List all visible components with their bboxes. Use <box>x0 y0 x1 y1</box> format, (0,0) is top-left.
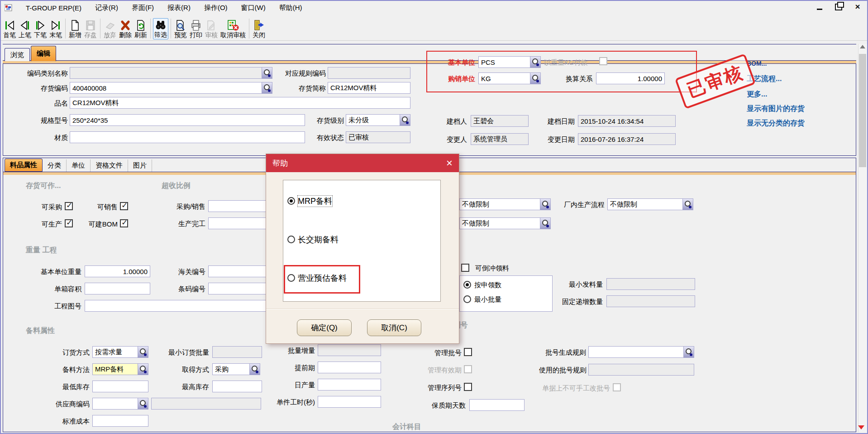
backflush-checkbox[interactable] <box>461 264 469 272</box>
bom-link[interactable]: BOM... <box>747 60 767 67</box>
toolbar-first-record-button[interactable]: 首笔 <box>2 19 17 39</box>
toolbar-filter-button[interactable]: 筛选 <box>153 18 168 39</box>
factory-flow-field[interactable]: 不做限制 <box>607 198 693 210</box>
toolbar-discard-button[interactable]: 放弃 <box>103 19 117 39</box>
toolbar-save-button[interactable]: 存盘 <box>83 19 98 39</box>
min-stock-field[interactable] <box>92 381 148 392</box>
menu-item-help[interactable]: 帮助(H) <box>272 2 309 14</box>
restrict-field-2[interactable]: 不做限制 <box>459 217 551 229</box>
no-manual-batch-checkbox[interactable] <box>613 383 621 391</box>
mrp-prep-label[interactable]: MRP备料 <box>298 196 332 207</box>
box-volume-field[interactable] <box>85 283 150 294</box>
cancel-button[interactable]: 取消(C) <box>367 319 421 336</box>
long-leadtime-label[interactable]: 长交期备料 <box>298 234 339 245</box>
prep-method-lookup-icon[interactable] <box>138 364 148 375</box>
over-purchase-field[interactable] <box>208 200 272 212</box>
spec-field[interactable]: 250*240*35 <box>70 114 305 126</box>
tab-browse[interactable]: 浏览 <box>5 48 30 61</box>
menu-item-window[interactable]: 窗口(W) <box>234 2 272 14</box>
toolbar-print-button[interactable]: 打印 <box>189 19 203 39</box>
batch-rule-lookup-icon[interactable] <box>683 347 694 357</box>
batch-rule-field[interactable] <box>588 346 694 358</box>
menu-item-record[interactable]: 记录(R) <box>88 2 125 14</box>
help-dialog-titlebar[interactable]: 帮助 × <box>266 154 459 172</box>
show-unclassified-link[interactable]: 显示无分类的存货 <box>747 119 805 128</box>
factory-flow-lookup-icon[interactable] <box>682 199 693 210</box>
toolbar-last-record-button[interactable]: 末笔 <box>48 19 63 39</box>
level-lookup-icon[interactable] <box>400 115 410 125</box>
tab-edit[interactable]: 编辑 <box>31 46 56 61</box>
issue-by-request-radio[interactable] <box>463 281 471 289</box>
prep-method-field[interactable]: MRP备料 <box>92 363 148 375</box>
material-field[interactable] <box>70 131 305 143</box>
sellable-checkbox[interactable] <box>120 202 128 210</box>
toolbar-audit-button[interactable]: 审核 <box>204 19 219 39</box>
minimize-icon[interactable] <box>816 3 824 11</box>
std-cost-field[interactable] <box>92 415 148 427</box>
more-link[interactable]: 更多... <box>747 90 767 99</box>
can-build-bom-checkbox[interactable] <box>120 219 128 227</box>
menu-item-tgroup-erp[interactable]: T-GROUP ERP(E) <box>19 3 88 13</box>
toolbar-refresh-button[interactable]: 刷新 <box>134 19 148 39</box>
min-lot-radio[interactable] <box>463 295 471 303</box>
manage-serial-checkbox[interactable] <box>464 383 472 391</box>
item-code-lookup-icon[interactable] <box>262 82 272 93</box>
scrollbar-thumb[interactable] <box>859 54 866 167</box>
base-weight-field[interactable]: 1.00000 <box>85 265 150 277</box>
order-mode-lookup-icon[interactable] <box>138 347 148 357</box>
scroll-up-icon[interactable] <box>860 45 865 48</box>
toolbar-preview-button[interactable]: 预览 <box>173 19 188 39</box>
tab-item-properties[interactable]: 料品属性 <box>5 159 43 172</box>
long-leadtime-radio[interactable] <box>287 236 295 243</box>
restrict-1-lookup-icon[interactable] <box>540 199 550 210</box>
toolbar-prev-record-button[interactable]: 上笔 <box>18 19 32 39</box>
toolbar-cancel-audit-button[interactable]: 取消审核 <box>219 19 247 39</box>
order-mode-field[interactable]: 按需求量 <box>92 346 148 358</box>
show-with-picture-link[interactable]: 显示有图片的存货 <box>747 104 805 114</box>
unit-time-field[interactable] <box>318 396 381 408</box>
item-name-field[interactable]: CR12MOV精料 <box>70 97 410 109</box>
ok-button[interactable]: 确定(Q) <box>297 319 352 336</box>
purchasable-checkbox[interactable] <box>65 202 73 210</box>
close-window-icon[interactable]: × <box>854 3 862 11</box>
menu-item-report[interactable]: 报表(R) <box>161 2 197 14</box>
toolbar-close-button[interactable]: 关闭 <box>252 19 266 39</box>
acquire-mode-field[interactable]: 采购 <box>212 363 260 375</box>
customs-code-field[interactable] <box>208 265 272 277</box>
shelf-days-field[interactable] <box>469 399 525 411</box>
supplier-lookup-icon[interactable] <box>138 398 148 409</box>
toolbar-add-button[interactable]: 新增 <box>68 19 82 39</box>
max-stock-field[interactable] <box>212 381 262 392</box>
tab-picture[interactable]: 图片 <box>128 159 152 172</box>
item-code-field[interactable]: 400400008 <box>70 82 272 94</box>
scroll-more-red-icon[interactable] <box>858 425 864 429</box>
tab-unit[interactable]: 单位 <box>67 159 91 172</box>
dialog-close-icon[interactable]: × <box>446 158 453 168</box>
restrict-field-1[interactable]: 不做限制 <box>459 198 551 210</box>
manage-batch-checkbox[interactable] <box>464 348 472 356</box>
supplier-code-field[interactable] <box>92 398 148 410</box>
lead-time-field[interactable] <box>318 362 381 373</box>
toolbar-next-record-button[interactable]: 下笔 <box>33 19 48 39</box>
coding-class-field[interactable] <box>70 67 272 79</box>
daily-output-field[interactable] <box>318 379 381 391</box>
coding-class-lookup-icon[interactable] <box>262 68 272 78</box>
tab-qualification-files[interactable]: 资格文件 <box>91 159 128 172</box>
menu-item-interface[interactable]: 界面(F) <box>125 2 161 14</box>
toolbar-delete-button[interactable]: 删除 <box>118 19 133 39</box>
item-abbr-field[interactable]: CR12MOV精料 <box>328 82 410 94</box>
vertical-scrollbar[interactable] <box>858 44 867 432</box>
over-production-field[interactable] <box>208 217 272 229</box>
acquire-mode-lookup-icon[interactable] <box>249 364 260 375</box>
barcode-field[interactable] <box>208 283 272 294</box>
drawing-no-field[interactable] <box>85 300 272 312</box>
menu-item-operation[interactable]: 操作(O) <box>197 2 234 14</box>
manage-expiry-checkbox[interactable] <box>464 365 472 373</box>
restrict-2-lookup-icon[interactable] <box>540 218 550 229</box>
mrp-prep-radio[interactable] <box>287 197 295 205</box>
level-field[interactable]: 未分级 <box>346 114 410 126</box>
restore-icon[interactable] <box>835 3 843 11</box>
producible-checkbox[interactable] <box>65 219 73 227</box>
rule-code-field[interactable] <box>328 67 410 79</box>
tab-classification[interactable]: 分类 <box>43 159 67 172</box>
